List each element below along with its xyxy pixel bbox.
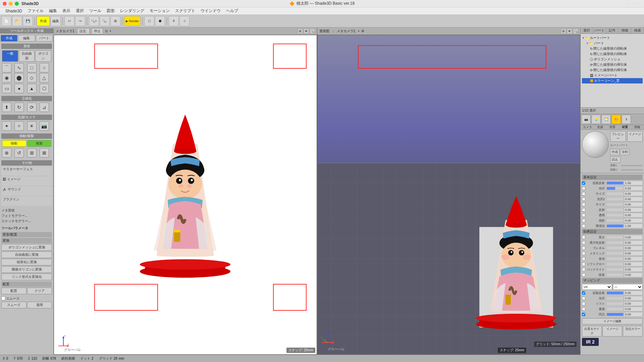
prop-reflect-check[interactable] xyxy=(582,208,585,212)
menu-view[interactable]: 表示 xyxy=(60,7,73,14)
tool-sphere[interactable]: ● xyxy=(14,84,24,93)
tool-light-dir[interactable]: ☀ xyxy=(27,121,37,131)
close-button[interactable] xyxy=(3,2,7,6)
prop-size-check[interactable] xyxy=(582,192,585,195)
menu-help[interactable]: ヘルプ xyxy=(223,7,241,14)
prop-transparent-check[interactable] xyxy=(582,214,585,217)
prop-roughness-slider[interactable] xyxy=(607,236,623,239)
tool-bezier[interactable]: ∿ xyxy=(14,63,24,72)
master-surface-btn[interactable]: マスターサーフェス xyxy=(1,166,52,176)
rp-tab-symbol[interactable]: 記号 xyxy=(606,27,619,34)
tree-cone-item[interactable]: カラーコーン_雲 xyxy=(582,78,643,83)
tool-light-spot[interactable]: ✧ xyxy=(14,121,24,131)
prop-size2-check[interactable] xyxy=(582,203,585,206)
map-bump-check[interactable] xyxy=(582,313,585,316)
map-gloss-slider[interactable] xyxy=(607,297,623,300)
tree-lathe-2[interactable]: ↻ 閉じた線形状の回転体 xyxy=(582,51,643,57)
left-vp-zoom[interactable]: 🔍 xyxy=(310,28,315,34)
toolbar-grid[interactable]: # xyxy=(169,16,179,26)
menu-shade3d[interactable]: Shade3D xyxy=(3,7,25,14)
prop-aniso-check[interactable] xyxy=(582,241,585,244)
menu-file[interactable]: ファイル xyxy=(25,7,46,14)
map-trans-slider[interactable] xyxy=(607,308,623,310)
toolbar-new[interactable]: 📄 xyxy=(1,16,11,26)
prop-fresnel-check[interactable] xyxy=(582,246,585,250)
tool-extrude[interactable]: ⬆ xyxy=(2,103,11,112)
sound-btn[interactable]: 🔊 サウンド xyxy=(1,186,52,196)
maximize-button[interactable] xyxy=(15,2,19,6)
tab-create[interactable]: 作成 xyxy=(1,35,17,42)
right-viewport[interactable]: グリッド: 50mm / 250mm スナップ: 25mm Y X xyxy=(317,35,581,355)
plugin-btn[interactable]: プラグイン xyxy=(1,196,52,206)
tab-edit[interactable]: 編集 xyxy=(18,35,35,42)
right-settings-btn[interactable]: ⚙ xyxy=(361,29,364,33)
tool-mirror[interactable]: ⊠ xyxy=(40,148,49,158)
mat-tab-light[interactable]: 💡 xyxy=(591,115,601,124)
tool-sweep[interactable]: ⟳ xyxy=(27,103,37,112)
menu-edit[interactable]: 編集 xyxy=(46,7,60,14)
map-diffuse-check[interactable] xyxy=(582,291,585,295)
placement-btn[interactable]: 配置 xyxy=(1,288,26,294)
all-del-btn[interactable]: 全削 xyxy=(620,149,630,155)
image-edit-btn[interactable]: イメージ編集 xyxy=(582,318,643,324)
tool-box[interactable]: ▭ xyxy=(2,84,11,93)
prop-backlight-slider[interactable] xyxy=(607,268,623,271)
map-soft-slider[interactable] xyxy=(607,302,623,305)
rp-tab-select[interactable]: 選択 xyxy=(581,27,593,34)
tab-part[interactable]: パート xyxy=(36,35,53,42)
rp-tab-search[interactable]: 検索 xyxy=(631,27,644,34)
prop-gloss2-check[interactable] xyxy=(582,197,585,201)
map-gloss-check[interactable] xyxy=(582,297,585,300)
prop-emission-check[interactable] xyxy=(582,257,585,260)
link-btn[interactable]: リンク形式を変換化 xyxy=(1,274,52,280)
toolbar-save[interactable]: 💾 xyxy=(23,16,33,26)
left-settings-btn[interactable]: 設定. xyxy=(77,28,90,34)
rp-tab-info[interactable]: 情報 xyxy=(619,27,631,34)
create-btn[interactable]: 作成 xyxy=(610,149,620,155)
tree-sweep-1[interactable]: ⟳ 閉じた線形状の掃引体 xyxy=(582,62,643,67)
prop-diffuse-check[interactable] xyxy=(582,181,585,185)
tree-lathe-1[interactable]: ↻ 閉じた線形状の回転体 xyxy=(582,46,643,51)
prop-softglow-slider[interactable] xyxy=(607,263,623,265)
tree-image-part[interactable]: 🖼 イメージパート xyxy=(582,73,643,78)
tool-rect[interactable]: □ xyxy=(27,63,37,72)
tool-line[interactable]: ⌒ xyxy=(2,63,11,72)
tool-loft[interactable]: ⊿ xyxy=(40,103,49,112)
prop-metallic-slider[interactable] xyxy=(607,252,623,255)
tool-cone2[interactable]: ▲ xyxy=(27,84,37,93)
tool-triangle[interactable]: △ xyxy=(40,73,49,82)
apply-btn[interactable]: 適用 xyxy=(27,302,52,308)
prop-refract-check[interactable] xyxy=(582,219,585,222)
rp-tab-part[interactable]: パート xyxy=(593,27,606,34)
tree-sweep-2[interactable]: ⟳ 閉じた線形状の掃引体 xyxy=(582,67,643,73)
image-btn[interactable]: 🖼 イメージ xyxy=(1,176,52,186)
prop-transparent-slider[interactable] xyxy=(607,214,623,217)
slider-1[interactable] xyxy=(621,165,643,166)
menu-shape[interactable]: 図形 xyxy=(104,7,117,14)
smooth-checkbox[interactable] xyxy=(1,296,5,300)
right-vp-pan[interactable]: ✥ xyxy=(567,28,572,34)
tree-polygon-mesh[interactable]: ⬡ ポリゴンメッシュ xyxy=(582,57,643,62)
menu-select[interactable]: 選択 xyxy=(73,7,87,14)
menu-render[interactable]: レンダリング xyxy=(117,7,147,14)
toolbar-redo[interactable]: ↪ xyxy=(75,16,85,26)
prop-emission-slider[interactable] xyxy=(607,257,623,260)
image-section-btn[interactable]: イメージ xyxy=(627,131,643,142)
slider-2[interactable] xyxy=(621,169,643,171)
toolbar-open[interactable]: 📂 xyxy=(12,16,22,26)
tool-sphere2[interactable]: ◉ xyxy=(2,73,11,82)
menu-window[interactable]: ウインドウ xyxy=(198,7,223,14)
mat-tab-info[interactable]: ℹ xyxy=(622,115,631,124)
tool-scale-box[interactable]: ⊞ xyxy=(27,148,37,158)
prop-refract-slider[interactable] xyxy=(607,219,623,222)
shape-tab-polygon[interactable]: ポリゴン xyxy=(35,50,51,62)
edge-btn[interactable]: 稜形化に変換 xyxy=(1,259,52,265)
polygon-mesh-btn[interactable]: ポリゴンメッシュに変換 xyxy=(1,244,52,251)
prop-reflect-slider[interactable] xyxy=(607,208,623,211)
photo-modeler-btn[interactable]: フォトモデラー... xyxy=(1,213,52,219)
mat-tab-camera[interactable]: 📷 xyxy=(581,115,591,124)
toolbar-shaded[interactable]: ⬢ xyxy=(155,16,165,26)
free-curve-btn[interactable]: 自由曲面に変換 xyxy=(1,251,52,258)
prop-aberration-check[interactable] xyxy=(582,273,585,277)
sketch-modeler-btn[interactable]: スケッチモデラー... xyxy=(1,219,52,224)
